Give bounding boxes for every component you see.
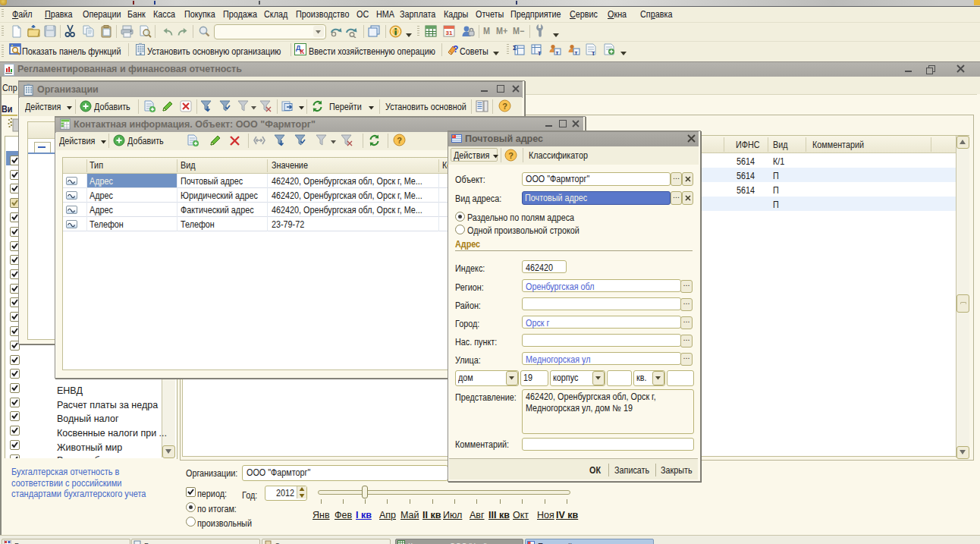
- svg-text:т: т: [556, 49, 559, 56]
- svg-text:т: т: [575, 49, 578, 56]
- svg-text:?: ?: [453, 44, 458, 55]
- svg-text:?: ?: [502, 102, 507, 111]
- svg-text:?: ?: [508, 151, 514, 160]
- svg-text:К: К: [300, 48, 305, 55]
- svg-text:Σ: Σ: [513, 44, 517, 52]
- svg-text:т: т: [592, 49, 595, 56]
- svg-text:31: 31: [446, 30, 453, 36]
- svg-text:?: ?: [397, 136, 402, 145]
- svg-text:т: т: [538, 49, 542, 56]
